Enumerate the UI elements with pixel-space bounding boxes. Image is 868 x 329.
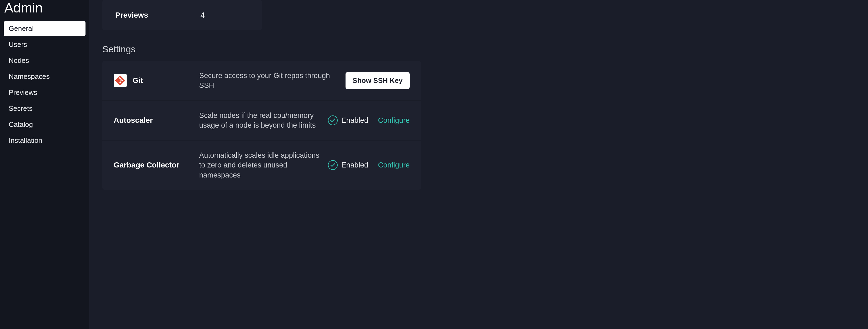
status-text: Enabled [341,116,368,125]
status-text: Enabled [341,161,368,169]
git-icon [114,74,127,87]
check-icon [330,163,335,167]
git-logo-icon [115,76,125,85]
setting-description: Automatically scales idle applications t… [199,150,328,180]
sidebar-item-label: Nodes [9,56,29,64]
sidebar-item-label: Installation [9,136,42,144]
main-content: Previews 4 Settings Git Secure access to… [89,0,868,329]
setting-name: Git [132,76,143,85]
setting-name-column: Autoscaler [114,116,199,125]
setting-row-garbage-collector: Garbage Collector Automatically scales i… [102,141,421,190]
sidebar-item-label: Secrets [9,104,32,112]
settings-list: Git Secure access to your Git repos thro… [102,61,421,190]
show-ssh-key-button[interactable]: Show SSH Key [345,72,410,89]
setting-status: Enabled [328,160,368,170]
check-circle-icon [328,115,338,125]
sidebar-item-label: Previews [9,88,37,97]
sidebar-item-label: Namespaces [9,72,50,81]
stat-card-previews: Previews 4 [102,0,262,30]
setting-description: Secure access to your Git repos through … [199,71,345,90]
setting-name-column: Git [114,74,199,87]
sidebar-item-secrets[interactable]: Secrets [4,101,86,116]
settings-section-title: Settings [102,44,855,54]
stat-value: 4 [200,11,205,20]
sidebar-item-label: Users [9,40,27,49]
configure-autoscaler-link[interactable]: Configure [378,116,410,125]
setting-row-autoscaler: Autoscaler Scale nodes if the real cpu/m… [102,101,421,141]
check-circle-icon [328,160,338,170]
sidebar-item-label: Catalog [9,120,33,129]
check-icon [330,118,335,122]
sidebar-item-general[interactable]: General [4,21,86,36]
sidebar: Admin General Users Nodes Namespaces Pre… [0,0,89,329]
setting-name: Autoscaler [114,116,153,125]
sidebar-item-nodes[interactable]: Nodes [4,53,86,68]
sidebar-item-catalog[interactable]: Catalog [4,117,86,132]
setting-name: Garbage Collector [114,161,179,169]
sidebar-item-previews[interactable]: Previews [4,85,86,100]
setting-status: Enabled [328,115,368,125]
configure-garbage-collector-link[interactable]: Configure [378,161,410,169]
sidebar-item-users[interactable]: Users [4,37,86,52]
sidebar-item-namespaces[interactable]: Namespaces [4,69,86,84]
sidebar-item-installation[interactable]: Installation [4,133,86,148]
setting-name-column: Garbage Collector [114,161,199,169]
setting-row-git: Git Secure access to your Git repos thro… [102,61,421,101]
setting-description: Scale nodes if the real cpu/memory usage… [199,111,328,130]
stat-label: Previews [115,11,200,20]
sidebar-title: Admin [4,0,86,21]
sidebar-item-label: General [9,24,34,32]
